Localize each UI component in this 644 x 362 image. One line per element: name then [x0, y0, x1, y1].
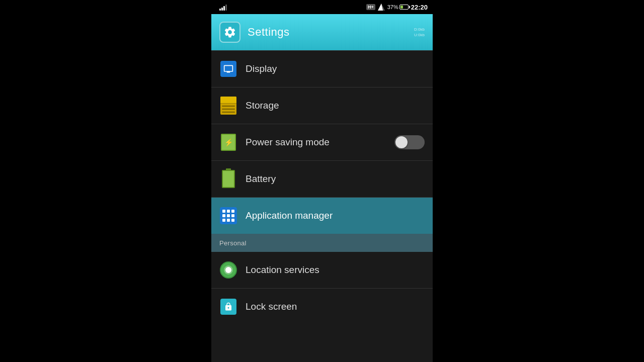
battery-label: Battery: [246, 173, 276, 185]
apps-icon: [220, 207, 237, 224]
settings-header: Settings D:0kb U:0kb: [211, 14, 433, 50]
lock-icon: [220, 299, 236, 315]
status-left: [219, 4, 227, 11]
storage-card-lines: [220, 104, 236, 115]
storage-label: Storage: [246, 100, 279, 111]
storage-card-top: [220, 97, 236, 104]
section-header-label: Personal: [219, 239, 247, 247]
battery-icon-container: [219, 170, 237, 188]
power-icon-container: [219, 133, 237, 151]
app-dot-9: [231, 219, 234, 222]
status-right: H+ 37% 22:20: [366, 4, 428, 11]
signal-bar-3: [223, 6, 225, 11]
signal-bar-2: [221, 8, 223, 11]
battery-menu-icon: [222, 170, 235, 188]
app-dot-2: [227, 210, 230, 213]
display-icon: [220, 61, 236, 77]
app-dot-7: [222, 219, 225, 222]
storage-line-1: [222, 106, 235, 107]
app-dot-1: [222, 210, 225, 213]
app-dot-3: [231, 210, 234, 213]
menu-item-app-manager[interactable]: Application manager: [211, 198, 433, 234]
lock-icon-container: [219, 298, 237, 316]
display-label: Display: [246, 63, 277, 74]
app-dot-8: [227, 219, 230, 222]
location-label: Location services: [246, 264, 319, 276]
apps-icon-container: [219, 207, 237, 225]
settings-title: Settings: [248, 26, 290, 39]
power-saving-toggle[interactable]: [394, 135, 425, 149]
data-up: U:0kb: [414, 32, 425, 38]
status-time: 22:20: [411, 4, 428, 11]
toggle-knob: [395, 136, 408, 148]
menu-item-lock-screen[interactable]: Lock screen: [211, 289, 433, 325]
power-saving-toggle-container[interactable]: [394, 135, 425, 149]
storage-icon: [220, 97, 236, 115]
app-dot-6: [231, 214, 234, 217]
power-icon: [221, 134, 236, 151]
app-dot-5: [227, 214, 230, 217]
lock-svg: [224, 302, 233, 311]
app-dot-4: [222, 214, 225, 217]
phone-screen: H+ 37% 22:20 Settings D:0k: [211, 0, 433, 362]
menu-item-storage[interactable]: Storage: [211, 87, 433, 124]
lock-screen-label: Lock screen: [246, 301, 297, 312]
storage-line-3: [222, 112, 235, 113]
storage-line-2: [222, 109, 235, 110]
signal-triangle: [378, 4, 385, 11]
display-svg: [223, 64, 233, 74]
data-down: D:0kb: [414, 27, 425, 32]
menu-item-location[interactable]: Location services: [211, 252, 433, 288]
data-speed-header: D:0kb U:0kb: [414, 27, 425, 38]
signal-bar-4: [225, 5, 227, 11]
status-bar: H+ 37% 22:20: [211, 0, 433, 14]
settings-menu: Display Storage Pow: [211, 50, 433, 362]
location-icon-container: [219, 261, 237, 279]
battery-percent: 37%: [387, 4, 398, 10]
section-header-personal: Personal: [211, 234, 433, 252]
location-icon: [220, 261, 237, 279]
battery-icon-status: [399, 5, 409, 10]
battery-status: 37%: [387, 4, 409, 10]
power-saving-label: Power saving mode: [246, 137, 330, 148]
display-icon-container: [219, 60, 237, 78]
menu-item-battery[interactable]: Battery: [211, 161, 433, 197]
svg-marker-1: [378, 4, 383, 11]
signal-icon: [378, 4, 385, 11]
menu-item-display[interactable]: Display: [211, 51, 433, 87]
storage-icon-container: [219, 97, 237, 115]
settings-header-icon: [219, 22, 240, 43]
signal-bar-1: [219, 9, 221, 11]
battery-fill: [400, 6, 403, 9]
signal-bars: [219, 4, 227, 11]
app-manager-label: Application manager: [246, 210, 333, 221]
menu-item-power-saving[interactable]: Power saving mode: [211, 124, 433, 160]
gear-icon: [223, 26, 236, 39]
network-type: H+: [366, 4, 375, 10]
